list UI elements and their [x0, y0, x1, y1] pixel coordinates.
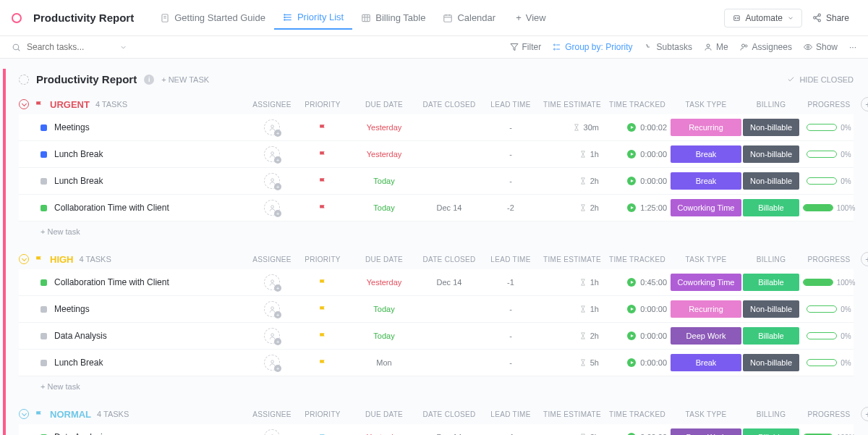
priority-cell[interactable]: [294, 203, 352, 213]
new-task-row[interactable]: + New task: [19, 221, 854, 236]
column-header[interactable]: TIME ESTIMATE: [540, 101, 605, 109]
due-date-cell[interactable]: Today: [352, 177, 417, 185]
tab-billing-table[interactable]: Billing Table: [352, 6, 434, 30]
assignee-add-button[interactable]: [264, 328, 280, 344]
time-tracked-cell[interactable]: 1:25:00: [605, 203, 670, 212]
add-column-button[interactable]: +: [861, 407, 868, 421]
time-estimate-cell[interactable]: 1h: [540, 278, 605, 287]
add-column-button[interactable]: +: [861, 97, 868, 111]
billing-tag[interactable]: Billable: [743, 327, 799, 345]
progress-cell[interactable]: 0%: [800, 177, 858, 185]
assignee-add-button[interactable]: [264, 200, 280, 216]
priority-cell[interactable]: [294, 331, 352, 341]
column-header[interactable]: TIME TRACKED: [605, 101, 670, 109]
chevron-down-icon[interactable]: [119, 43, 127, 51]
add-view-button[interactable]: +View: [507, 7, 555, 29]
priority-cell[interactable]: [294, 433, 352, 436]
play-icon[interactable]: [627, 358, 636, 367]
task-row[interactable]: Lunch BreakToday-2h0:00:00BreakNon-billa…: [19, 168, 854, 195]
time-estimate-cell[interactable]: 2h: [540, 331, 605, 340]
column-header[interactable]: TIME ESTIMATE: [540, 255, 605, 263]
task-type-tag[interactable]: Break: [671, 145, 741, 163]
column-header[interactable]: LEAD TIME: [482, 410, 540, 418]
column-header[interactable]: TIME TRACKED: [605, 255, 670, 263]
task-row[interactable]: Data AnalysisToday-2h0:00:00Deep WorkBil…: [19, 323, 854, 350]
due-date-cell[interactable]: Mon: [352, 358, 417, 367]
play-icon[interactable]: [627, 278, 636, 287]
column-header[interactable]: DUE DATE: [352, 255, 417, 263]
priority-cell[interactable]: [294, 305, 352, 314]
column-header[interactable]: PRIORITY: [294, 255, 352, 263]
task-type-tag[interactable]: Deep Work: [671, 428, 741, 435]
time-estimate-cell[interactable]: 2h: [540, 177, 605, 185]
priority-cell[interactable]: [294, 177, 352, 186]
due-date-cell[interactable]: Yesterday: [352, 150, 417, 159]
time-estimate-cell[interactable]: 2h: [540, 203, 605, 212]
status-circle-icon[interactable]: [19, 75, 29, 85]
collapse-icon[interactable]: [19, 99, 29, 109]
priority-cell[interactable]: [294, 358, 352, 368]
assignee-add-button[interactable]: [264, 355, 280, 371]
filter-button[interactable]: Filter: [510, 42, 542, 52]
task-row[interactable]: Data AnalysisYesterdayDec 14-13h0:00:00D…: [19, 424, 854, 435]
task-type-tag[interactable]: Break: [671, 172, 741, 190]
column-header[interactable]: PRIORITY: [294, 101, 352, 109]
time-tracked-cell[interactable]: 0:00:02: [605, 123, 670, 132]
column-header[interactable]: BILLING: [742, 410, 800, 418]
search-input[interactable]: [27, 42, 114, 52]
play-icon[interactable]: [627, 177, 636, 185]
time-tracked-cell[interactable]: 0:00:00: [605, 177, 670, 185]
billing-tag[interactable]: Billable: [743, 274, 799, 291]
collapse-icon[interactable]: [19, 409, 29, 419]
column-header[interactable]: PROGRESS: [800, 410, 858, 418]
automate-button[interactable]: Automate: [724, 9, 802, 28]
task-type-tag[interactable]: Coworking Time: [671, 199, 741, 216]
task-row[interactable]: Lunch BreakYesterday-1h0:00:00BreakNon-b…: [19, 141, 854, 168]
time-tracked-cell[interactable]: 0:45:00: [605, 278, 670, 287]
due-date-cell[interactable]: Yesterday: [352, 278, 417, 287]
progress-cell[interactable]: 0%: [800, 332, 858, 340]
due-date-cell[interactable]: Today: [352, 331, 417, 340]
billing-tag[interactable]: Non-billable: [743, 145, 799, 163]
priority-cell[interactable]: [294, 123, 352, 132]
billing-tag[interactable]: Billable: [743, 428, 799, 435]
progress-cell[interactable]: 0%: [800, 359, 858, 367]
play-icon[interactable]: [627, 123, 636, 132]
assignee-add-button[interactable]: [264, 274, 280, 290]
time-estimate-cell[interactable]: 30m: [540, 123, 605, 132]
task-row[interactable]: Lunch BreakMon-5h0:00:00BreakNon-billabl…: [19, 350, 854, 376]
assignee-add-button[interactable]: [264, 173, 280, 189]
info-icon[interactable]: i: [144, 75, 154, 85]
tab-priority-list[interactable]: Priority List: [274, 6, 352, 30]
column-header[interactable]: TASK TYPE: [670, 410, 742, 418]
more-button[interactable]: ···: [849, 42, 856, 52]
task-type-tag[interactable]: Coworking Time: [671, 274, 741, 291]
column-header[interactable]: ASSIGNEE: [250, 255, 294, 263]
column-header[interactable]: DUE DATE: [352, 410, 417, 418]
task-type-tag[interactable]: Recurring: [671, 119, 741, 136]
progress-cell[interactable]: 100%: [800, 204, 858, 212]
time-estimate-cell[interactable]: 1h: [540, 150, 605, 159]
column-header[interactable]: PROGRESS: [800, 255, 858, 263]
due-date-cell[interactable]: Today: [352, 305, 417, 313]
play-icon[interactable]: [627, 203, 636, 212]
billing-tag[interactable]: Non-billable: [743, 300, 799, 318]
column-header[interactable]: TASK TYPE: [670, 101, 742, 109]
status-square-icon[interactable]: [41, 333, 47, 339]
column-header[interactable]: PRIORITY: [294, 410, 352, 418]
column-header[interactable]: TIME TRACKED: [605, 410, 670, 418]
column-header[interactable]: BILLING: [742, 101, 800, 109]
task-type-tag[interactable]: Deep Work: [671, 327, 741, 345]
column-header[interactable]: BILLING: [742, 255, 800, 263]
new-task-row[interactable]: + New task: [19, 376, 854, 391]
subtasks-button[interactable]: Subtasks: [644, 42, 692, 52]
status-square-icon[interactable]: [41, 178, 47, 185]
column-header[interactable]: ASSIGNEE: [250, 410, 294, 418]
tab-getting-started-guide[interactable]: Getting Started Guide: [151, 6, 274, 30]
time-tracked-cell[interactable]: 0:00:00: [605, 305, 670, 313]
play-icon[interactable]: [627, 305, 636, 313]
column-header[interactable]: TASK TYPE: [670, 255, 742, 263]
new-task-button[interactable]: + NEW TASK: [161, 75, 209, 84]
progress-cell[interactable]: 0%: [800, 124, 858, 132]
due-date-cell[interactable]: Today: [352, 203, 417, 212]
